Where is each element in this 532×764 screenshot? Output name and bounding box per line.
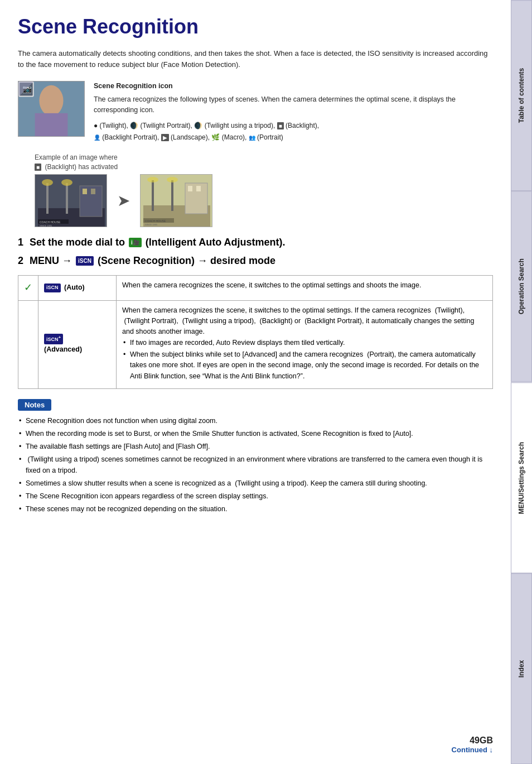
list-item: Scene Recognition does not function when…	[18, 415, 493, 426]
svg-rect-9	[46, 183, 49, 214]
svg-rect-26	[188, 186, 192, 191]
steps-section: 1 Set the mode dial to i🎥 (Intelligent A…	[18, 235, 493, 268]
page-number: 49GB	[470, 736, 493, 746]
arrow-right-icon: ➤	[117, 191, 130, 210]
list-item: Sometimes a slow shutter results when a …	[18, 478, 493, 489]
scene-icon-title: Scene Recognition icon	[94, 81, 493, 92]
step-1: 1 Set the mode dial to i🎥 (Intelligent A…	[18, 235, 493, 250]
mode-table: ✓ iSCN (Auto) When the camera recognizes…	[18, 275, 493, 390]
svg-point-10	[42, 179, 53, 186]
tab-table-of-contents[interactable]: Table of contents	[511, 0, 532, 191]
mode-cell-advanced: iSCN+ (Advanced)	[38, 300, 117, 389]
list-item: These scenes may not be recognized depen…	[18, 503, 493, 515]
example-img-before: COACH HOUSE SINCE 1905	[35, 174, 107, 227]
list-item: When the recording mode is set to Burst,…	[18, 428, 493, 439]
scene-icon-desc: The camera recognizes the following type…	[94, 94, 493, 116]
svg-rect-15	[91, 189, 95, 194]
svg-point-12	[61, 179, 72, 186]
svg-text:COACH HOUSE: COACH HOUSE	[40, 220, 61, 224]
list-item: The available flash settings are [Flash …	[18, 441, 493, 452]
notes-list: Scene Recognition does not function when…	[18, 415, 493, 515]
page-title: Scene Recognition	[18, 16, 493, 38]
example-images: COACH HOUSE SINCE 1905 ➤	[35, 174, 212, 227]
example-caption: Example of an image where ■ (Backlight) …	[35, 153, 118, 172]
svg-point-1	[39, 85, 63, 116]
table-row: iSCN+ (Advanced) When the camera recogni…	[18, 300, 493, 389]
tab-menu-settings-search[interactable]: MENU/Settings Search	[511, 382, 532, 573]
list-item: The Scene Recognition icon appears regar…	[18, 491, 493, 502]
advanced-bullets: If two images are recorded, Auto Review …	[122, 338, 487, 382]
step-2: 2 MENU → iSCN (Scene Recognition) → desi…	[18, 253, 493, 268]
notes-section: Notes Scene Recognition does not functio…	[18, 399, 493, 515]
tab-operation-search[interactable]: Operation Search	[511, 191, 532, 382]
svg-rect-14	[83, 189, 87, 194]
page-footer: 49GB Continued ↓	[452, 736, 493, 754]
mode-desc-advanced: When the camera recognizes the scene, it…	[117, 300, 493, 389]
mode-desc-auto: When the camera recognizes the scene, it…	[117, 275, 493, 300]
auto-mode-icon: iSCN	[44, 284, 61, 292]
mode-cell-auto: iSCN (Auto)	[38, 275, 117, 300]
check-cell-advanced	[18, 300, 38, 389]
table-row: ✓ iSCN (Auto) When the camera recognizes…	[18, 275, 493, 300]
right-tabs: Table of contents Operation Search MENU/…	[511, 0, 532, 764]
example-area: Example of an image where ■ (Backlight) …	[35, 153, 493, 227]
continued-label: Continued ↓	[452, 746, 493, 754]
svg-point-24	[167, 177, 178, 182]
svg-rect-21	[152, 180, 154, 211]
svg-text:SINCE 1905: SINCE 1905	[40, 224, 52, 227]
icon-list: ● (Twilight), 🌒 (Twilight Portrait), 🌒 (…	[94, 120, 493, 143]
scene-icon-section: 📷 Scene Recognition icon The camera reco…	[18, 81, 493, 143]
list-item: If two images are recorded, Auto Review …	[122, 338, 487, 348]
svg-rect-11	[66, 183, 68, 214]
scene-photo-thumbnail: 📷	[18, 81, 85, 137]
list-item: (Twilight using a tripod) scenes sometim…	[18, 454, 493, 476]
svg-rect-27	[196, 186, 201, 191]
svg-text:SINCE 1905: SINCE 1905	[145, 223, 158, 226]
check-cell-auto: ✓	[18, 275, 38, 300]
scene-recognition-menu-icon: iSCN	[76, 256, 94, 266]
intro-text: The camera automatically detects shootin…	[18, 48, 493, 71]
svg-rect-23	[171, 180, 173, 211]
svg-rect-2	[35, 113, 68, 136]
list-item: When the subject blinks while set to [Ad…	[122, 349, 487, 382]
intelligent-auto-icon: i🎥	[129, 238, 142, 247]
svg-point-22	[147, 177, 158, 182]
scene-icon-description: Scene Recognition icon The camera recogn…	[94, 81, 493, 143]
advanced-mode-icon: iSCN+	[44, 334, 63, 344]
svg-text:COACH HOUSE: COACH HOUSE	[145, 219, 166, 223]
tab-index[interactable]: Index	[511, 573, 532, 764]
example-img-after: COACH HOUSE SINCE 1905	[140, 174, 212, 227]
notes-badge: Notes	[18, 399, 51, 411]
